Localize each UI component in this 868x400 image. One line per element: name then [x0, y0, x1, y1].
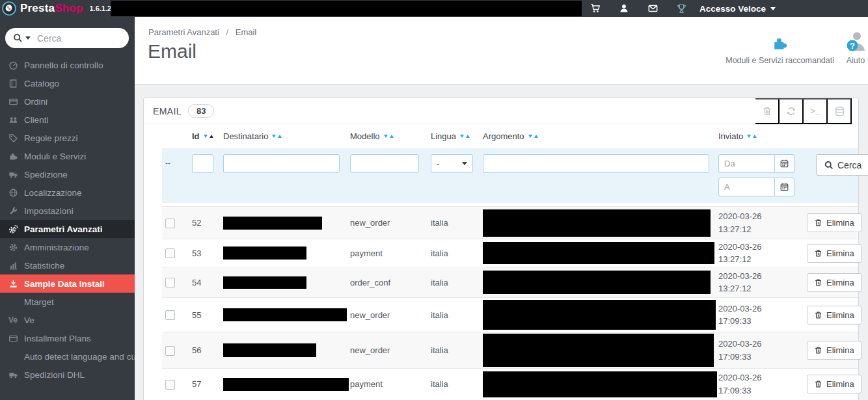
cell-lingua: italia	[431, 310, 483, 320]
row-checkbox[interactable]	[165, 310, 175, 320]
bulk-delete-button[interactable]	[755, 98, 780, 124]
recommended-modules-button[interactable]: Moduli e Servizi raccomandati	[726, 35, 834, 65]
sidebar-item-impostazioni[interactable]: Impostazioni	[0, 202, 135, 220]
sort-arrows-icon[interactable]	[460, 135, 470, 138]
filter-search-button[interactable]: Cerca	[816, 154, 868, 176]
sidebar-item-mtarget[interactable]: Mtarget	[0, 293, 135, 311]
redacted-argomento	[483, 300, 716, 330]
sidebar-item-parametri-avanzati[interactable]: Parametri Avanzati	[0, 220, 135, 238]
panel-toolbar: >_	[755, 98, 852, 124]
filter-date-to-input[interactable]	[718, 178, 775, 196]
filter-modello-input[interactable]	[350, 154, 419, 173]
redacted-destinatario	[223, 276, 306, 289]
sort-arrows-icon[interactable]	[204, 135, 213, 138]
cell-modello: new_order	[350, 218, 431, 228]
prestashop-logo[interactable]: PrestaShop 1.6.1.24	[0, 1, 115, 16]
sidebar-search[interactable]	[5, 28, 129, 48]
sidebar-item-label: Installment Plans	[24, 334, 91, 343]
delete-row-button[interactable]: Elimina	[807, 375, 861, 393]
search-input[interactable]	[37, 33, 121, 44]
orders-icon	[8, 97, 24, 107]
column-header-destinatario[interactable]: Destinatario	[223, 131, 350, 141]
sort-arrows-icon[interactable]	[747, 135, 757, 138]
sort-arrows-icon[interactable]	[272, 135, 282, 138]
sql-query-terminal-button[interactable]: >_	[804, 98, 828, 124]
panel-title: EMAIL	[153, 106, 182, 116]
sidebar-item-pannello-di-controllo[interactable]: Pannello di controllo	[0, 56, 135, 74]
breadcrumb-parent-link[interactable]: Parametri Avanzati	[148, 27, 219, 37]
row-checkbox[interactable]	[165, 278, 175, 287]
filter-destinatario-input[interactable]	[223, 154, 340, 173]
sidebar-item-label: Statistiche	[24, 261, 64, 271]
delete-row-button[interactable]: Elimina	[807, 213, 861, 232]
email-table: Id Destinatario Modello Lingua Argomento…	[144, 124, 858, 399]
filter-row: -- -	[162, 148, 858, 203]
filter-date-from-input[interactable]	[718, 154, 775, 173]
sort-arrows-icon[interactable]	[528, 135, 538, 138]
sidebar-item-ordini[interactable]: Ordini	[0, 92, 135, 111]
puzzle-icon	[772, 35, 789, 52]
delete-row-button[interactable]: Elimina	[807, 273, 861, 292]
calendar-to-button[interactable]	[775, 178, 794, 196]
filter-id-input[interactable]	[192, 154, 213, 173]
sidebar-item-ve[interactable]: Ve Ve	[0, 311, 135, 329]
sidebar-item-auto-detect-language[interactable]: Auto detect language and cu...	[0, 347, 135, 366]
messages-mail-icon[interactable]	[638, 0, 667, 17]
row-checkbox[interactable]	[165, 219, 175, 228]
filter-lingua-select[interactable]: -	[431, 154, 473, 173]
advanced-parameters-gears-icon	[8, 224, 24, 234]
sidebar-item-amministrazione[interactable]: Amministrazione	[0, 238, 135, 256]
row-checkbox[interactable]	[165, 248, 175, 258]
sidebar-item-sample-data-install[interactable]: Sample Data Install	[0, 274, 135, 293]
select-caret-icon	[462, 162, 467, 165]
quick-access-label: Accesso Veloce	[699, 4, 766, 14]
export-database-button[interactable]	[828, 98, 852, 124]
search-button-label: Cerca	[837, 160, 861, 170]
sidebar: Pannello di controllo Catalogo Ordini Cl…	[0, 17, 135, 400]
column-header-modello[interactable]: Modello	[350, 131, 431, 141]
table-row: 52 new_order italia 2020-03-2613:27:12 E…	[162, 206, 858, 239]
delete-row-button[interactable]: Elimina	[807, 244, 861, 263]
row-checkbox[interactable]	[165, 346, 175, 356]
cell-lingua: italia	[431, 379, 483, 389]
column-header-argomento[interactable]: Argomento	[483, 131, 718, 141]
column-header-id[interactable]: Id	[192, 131, 223, 141]
storefront-cart-icon[interactable]	[581, 0, 610, 17]
column-header-inviato[interactable]: Inviato	[718, 131, 798, 141]
filter-argomento-input[interactable]	[483, 154, 709, 173]
recommended-modules-label: Moduli e Servizi raccomandati	[726, 56, 834, 65]
sidebar-item-statistiche[interactable]: Statistiche	[0, 256, 135, 274]
shipping-truck-icon	[8, 170, 24, 180]
sidebar-item-spedizione[interactable]: Spedizione	[0, 165, 135, 183]
calendar-from-button[interactable]	[775, 154, 794, 173]
redacted-argomento	[483, 242, 714, 264]
delete-row-button[interactable]: Elimina	[807, 306, 861, 325]
sort-arrows-icon[interactable]	[384, 135, 394, 138]
cell-modello: new_order	[350, 345, 431, 355]
column-header-lingua[interactable]: Lingua	[431, 131, 483, 141]
trash-icon	[814, 249, 822, 258]
row-checkbox[interactable]	[165, 380, 175, 390]
help-button[interactable]: ? Aiuto	[846, 31, 865, 65]
quick-access-dropdown[interactable]: Accesso Veloce	[699, 0, 776, 17]
sidebar-item-installment-plans[interactable]: Installment Plans	[0, 329, 135, 347]
redacted-argomento	[483, 371, 717, 397]
user-account-icon[interactable]	[610, 0, 638, 17]
trophy-icon[interactable]	[667, 0, 696, 17]
delete-row-button[interactable]: Elimina	[807, 341, 861, 360]
sidebar-item-moduli-e-servizi[interactable]: Moduli e Servizi	[0, 147, 135, 165]
cell-id: 55	[192, 310, 223, 320]
refresh-button[interactable]	[780, 98, 804, 124]
sidebar-item-label: Impostazioni	[24, 206, 74, 216]
ve-icon: Ve	[8, 315, 24, 325]
sidebar-item-localizzazione[interactable]: Localizzazione	[0, 183, 135, 202]
breadcrumb-current: Email	[236, 27, 257, 37]
sidebar-item-clienti[interactable]: Clienti	[0, 111, 135, 129]
cell-id: 52	[192, 218, 223, 228]
cell-id: 53	[192, 248, 223, 258]
sidebar-item-spedizioni-dhl[interactable]: Spedizioni DHL	[0, 366, 135, 384]
sidebar-item-regole-prezzi[interactable]: Regole prezzi	[0, 129, 135, 147]
redacted-destinatario	[223, 378, 349, 391]
table-row: 57 payment italia 2020-03-2617:09:33 Eli…	[162, 368, 858, 399]
sidebar-item-catalogo[interactable]: Catalogo	[0, 74, 135, 92]
